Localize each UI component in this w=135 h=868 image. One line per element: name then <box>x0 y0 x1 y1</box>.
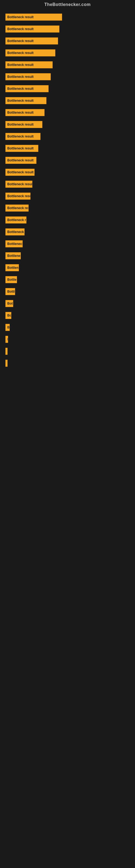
bar-row: Bottleneck result <box>5 107 130 118</box>
bottleneck-bar-6: Bottleneck result <box>5 73 51 80</box>
bar-label: Bott <box>7 314 11 317</box>
bar-label: Bottleneck result <box>7 170 34 174</box>
bottleneck-bar-26: Bott <box>5 312 11 319</box>
bottleneck-bar-14: Bottleneck result <box>5 169 35 176</box>
bar-label: Bottleneck re <box>7 218 27 222</box>
bottleneck-bar-5: Bottleneck result <box>5 61 53 68</box>
bar-label: Bottleneck result <box>7 99 34 102</box>
bar-row: Bottleneck result <box>5 84 130 94</box>
bottleneck-bar-4: Bottleneck result <box>5 50 55 56</box>
bottleneck-bar-13: Bottleneck result <box>5 157 37 164</box>
bar-row: Bottleneck re <box>5 239 130 249</box>
bar-label: Bottleneck result <box>7 123 34 126</box>
bar-row: Bottle <box>5 299 130 309</box>
bar-row: Bottleneck result <box>5 24 130 34</box>
bottleneck-bar-23: Bottleneck <box>5 276 17 283</box>
bar-label: Bottle <box>7 302 13 305</box>
bar-label: Bottleneck re <box>7 242 23 246</box>
bottleneck-bar-9: Bottleneck result <box>5 109 45 116</box>
bar-row: Bottleneck result <box>5 95 130 106</box>
bar-label: Bottlen <box>7 349 8 353</box>
bottleneck-bar-2: Bottleneck result <box>5 26 59 33</box>
bottleneck-bar-18: Bottleneck re <box>5 216 27 223</box>
bar-label: Bottleneck <box>7 278 17 282</box>
bottleneck-bar-12: Bottleneck result <box>5 145 38 152</box>
bottleneck-bar-15: Bottleneck result <box>5 181 32 188</box>
bar-label: Bottleneck result <box>7 87 34 91</box>
bottleneck-bar-1: Bottleneck result <box>5 13 62 21</box>
bar-row: Bottleneck result <box>5 12 130 22</box>
bar-row: Bottleneck result <box>5 119 130 130</box>
bar-label: Bottleneck result <box>7 182 32 186</box>
bottleneck-bar-22: Bottleneck resu <box>5 264 19 271</box>
bar-label: Bottleneck result <box>7 147 34 150</box>
bar-row: Bottleneck result <box>5 131 130 142</box>
bar-row: Bottleneck result <box>5 167 130 177</box>
bar-row: Bottleneck result <box>5 36 130 46</box>
bar-label: Bottleneck result <box>7 39 34 43</box>
bottleneck-bar-16: Bottleneck resu <box>5 193 31 199</box>
bottleneck-bar-29: Bottlen <box>5 348 8 355</box>
bar-label: Bottleneck result <box>7 134 34 138</box>
bottleneck-bar-30: B <box>5 360 8 367</box>
bar-row: Bottlen <box>5 346 130 356</box>
bottleneck-bar-27: B <box>5 324 10 331</box>
bar-row: Bottleneck re <box>5 215 130 225</box>
bar-row: Bottleneck <box>5 275 130 285</box>
bar-row: Bottleneck resu <box>5 191 130 201</box>
bars-container: Bottleneck resultBottleneck resultBottle… <box>0 9 135 373</box>
bar-label: Bottleneck <box>7 230 24 234</box>
bar-label: Bottleneck result <box>7 206 29 210</box>
bar-label: Bot <box>7 337 8 341</box>
bar-label: Bottleneck result <box>7 51 34 55</box>
bar-label: Bottleneck result <box>7 15 34 19</box>
bottleneck-bar-7: Bottleneck result <box>5 85 49 92</box>
bar-label: B <box>7 361 8 365</box>
bar-row: Bottleneck result <box>5 155 130 165</box>
bar-row: Bottleneck result <box>5 48 130 58</box>
bottleneck-bar-21: Bottleneck r <box>5 252 21 259</box>
site-title: TheBottlenecker.com <box>0 0 135 9</box>
bar-label: Bottleneck result <box>7 63 34 67</box>
bar-label: Bottleneck result <box>7 111 34 115</box>
bar-row: Bottleneck result <box>5 72 130 82</box>
bottleneck-bar-3: Bottleneck result <box>5 37 58 44</box>
bottleneck-bar-24: Bottleneck re <box>5 288 15 295</box>
bar-row: Bott <box>5 310 130 321</box>
bar-label: Bottleneck resu <box>7 194 31 198</box>
bottleneck-bar-11: Bottleneck result <box>5 133 41 140</box>
bar-row: Bottleneck result <box>5 143 130 154</box>
bottleneck-bar-17: Bottleneck result <box>5 205 29 212</box>
bottleneck-bar-8: Bottleneck result <box>5 97 46 104</box>
bar-label: Bottleneck result <box>7 27 34 31</box>
bar-row: Bottleneck re <box>5 286 130 297</box>
bar-label: Bottleneck result <box>7 158 34 162</box>
bar-row: Bottleneck result <box>5 203 130 213</box>
bottleneck-bar-10: Bottleneck result <box>5 121 42 128</box>
bar-label: Bottleneck re <box>7 290 15 293</box>
bar-row: Bottleneck result <box>5 60 130 70</box>
bar-label: Bottleneck resu <box>7 266 19 270</box>
bar-row: Bottleneck result <box>5 179 130 189</box>
bar-label: Bottleneck result <box>7 75 34 79</box>
bottleneck-bar-28: Bot <box>5 336 8 343</box>
bottleneck-bar-25: Bottle <box>5 300 13 307</box>
bar-row: B <box>5 358 130 368</box>
bar-row: Bottleneck r <box>5 251 130 261</box>
bottleneck-bar-19: Bottleneck <box>5 228 25 236</box>
bottleneck-bar-20: Bottleneck re <box>5 240 23 247</box>
bar-label: Bottleneck r <box>7 254 21 258</box>
bar-row: Bottleneck <box>5 227 130 237</box>
bar-row: Bot <box>5 334 130 344</box>
bar-row: Bottleneck resu <box>5 262 130 273</box>
bar-label: B <box>7 326 10 329</box>
bar-row: B <box>5 322 130 333</box>
